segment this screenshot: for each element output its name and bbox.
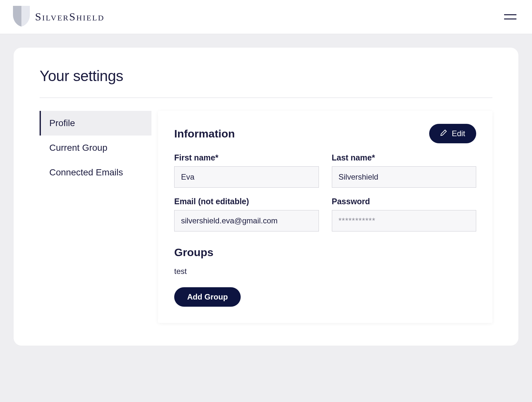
first-name-label: First name* (174, 153, 319, 162)
password-group: Password (332, 197, 477, 231)
sidebar-item-label: Current Group (49, 143, 107, 153)
page-title: Your settings (40, 67, 492, 85)
sidebar-item-profile[interactable]: Profile (40, 111, 151, 136)
settings-card: Your settings Profile Current Group Conn… (14, 48, 518, 346)
last-name-label: Last name* (332, 153, 477, 162)
pencil-icon (440, 129, 447, 138)
brand-logo[interactable]: SilverShield (13, 6, 104, 28)
panel-header: Information Edit (174, 124, 476, 143)
edit-button[interactable]: Edit (429, 124, 476, 143)
content-row: Profile Current Group Connected Emails I… (40, 111, 492, 323)
email-label: Email (not editable) (174, 197, 319, 206)
information-panel: Information Edit First name* (158, 111, 492, 323)
sidebar-item-label: Profile (49, 118, 75, 128)
edit-button-label: Edit (452, 129, 465, 138)
password-label: Password (332, 197, 477, 206)
sidebar-item-label: Connected Emails (49, 167, 123, 177)
settings-sidebar: Profile Current Group Connected Emails (40, 111, 151, 323)
groups-title: Groups (174, 246, 476, 259)
email-group: Email (not editable) (174, 197, 319, 231)
email-field (174, 210, 319, 231)
main-container: Your settings Profile Current Group Conn… (0, 34, 532, 359)
password-field[interactable] (332, 210, 477, 231)
shield-icon (13, 6, 30, 28)
app-header: SilverShield (0, 0, 532, 34)
first-name-field[interactable] (174, 166, 319, 188)
group-item: test (174, 267, 476, 276)
add-group-button[interactable]: Add Group (174, 287, 241, 307)
brand-name: SilverShield (35, 11, 104, 23)
last-name-group: Last name* (332, 153, 477, 188)
form-grid: First name* Last name* Email (not editab… (174, 153, 476, 231)
last-name-field[interactable] (332, 166, 477, 188)
section-title: Information (174, 127, 235, 140)
sidebar-item-connected-emails[interactable]: Connected Emails (40, 160, 151, 185)
divider (40, 98, 492, 98)
sidebar-item-current-group[interactable]: Current Group (40, 136, 151, 160)
first-name-group: First name* (174, 153, 319, 188)
menu-icon[interactable] (502, 12, 519, 22)
